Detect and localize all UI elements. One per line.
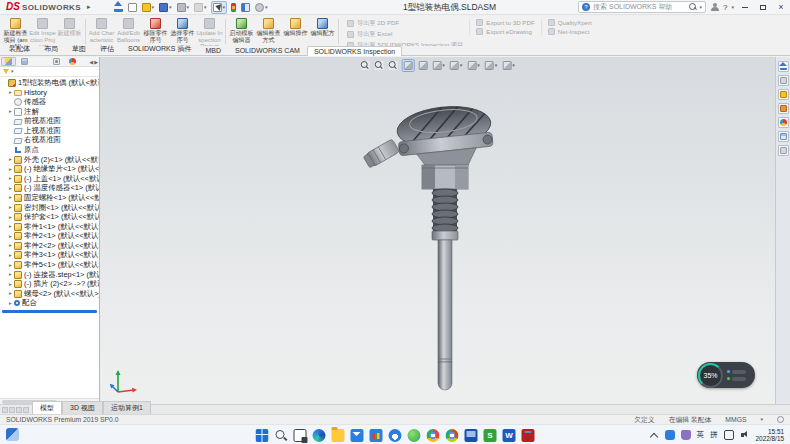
widgets-icon[interactable] (6, 428, 19, 441)
tab-sw-inspection[interactable]: SOLIDWORKS Inspection (307, 46, 402, 56)
status-gear-icon[interactable] (777, 416, 784, 423)
user-account-icon[interactable] (710, 3, 719, 12)
onedrive-tray-icon[interactable] (665, 430, 675, 440)
model-collar[interactable] (432, 231, 458, 240)
tree-item[interactable]: ▸(-) 插片 (2)<2> ->? (默认<<默认> (0, 279, 99, 289)
tree-item[interactable]: ▸零件5<1> (默认<<默认>_显示状 (0, 260, 99, 270)
expand-arrow-icon[interactable]: ▸ (7, 165, 14, 174)
tab-sketch[interactable]: 草图 (65, 42, 93, 55)
expand-arrow-icon[interactable]: ▸ (7, 193, 14, 202)
tree-item[interactable]: ▸(-) 上盖<1> (默认<<默认>_显示状 (0, 174, 99, 184)
volume-icon[interactable] (740, 430, 750, 440)
toolbox-pane-button[interactable] (778, 103, 789, 114)
tree-item[interactable]: ▸(-) 绝缘垫片<1> (默认<<默认>_显示 (0, 164, 99, 174)
print-button[interactable]: ▾ (176, 2, 191, 13)
tree-item[interactable]: 上视基准面 (0, 126, 99, 136)
minimize-button[interactable] (738, 1, 752, 13)
home-pane-button[interactable] (778, 61, 789, 72)
undo-button[interactable]: ▾ (193, 2, 208, 13)
store-taskbar-icon[interactable] (370, 429, 383, 442)
tree-item[interactable]: ▸保护套<1> (默认<<默认>_显示状 (0, 212, 99, 222)
start-taskbar-icon[interactable] (256, 429, 269, 442)
expand-arrow-icon[interactable]: ▸ (7, 174, 14, 183)
tree-item[interactable]: ▸密封圈<1> (默认<<默认>_显示状 (0, 203, 99, 213)
menu-expand-arrow[interactable]: ▸ (87, 3, 91, 11)
expand-arrow-icon[interactable]: ▸ (7, 107, 14, 116)
design-library-pane-button[interactable] (778, 75, 789, 86)
phone-link-icon[interactable] (724, 430, 734, 440)
expand-arrow-icon[interactable]: ▸ (7, 213, 14, 222)
thermocouple-model[interactable] (100, 57, 775, 404)
panel-nav-left-icon[interactable]: ◀ (89, 59, 93, 65)
restore-button[interactable] (756, 1, 770, 13)
panel-tab-configuration-manager[interactable] (33, 57, 48, 66)
green-taskbar-icon[interactable] (408, 429, 421, 442)
cloud-taskbar-icon[interactable] (389, 429, 402, 442)
tab-nav-next-icon[interactable] (16, 407, 22, 413)
expand-arrow-icon[interactable]: ▸ (7, 222, 14, 231)
display-settings-button[interactable] (230, 2, 237, 13)
custom-properties-pane-button[interactable] (778, 145, 789, 156)
launch-template-editor-button[interactable]: 启动模板编辑器 (228, 17, 255, 46)
close-button[interactable]: × (774, 1, 788, 13)
search-icon[interactable] (689, 3, 697, 11)
task-pane-button[interactable] (240, 2, 251, 13)
tree-item[interactable]: ▸配合 (0, 299, 99, 309)
edge-taskbar-icon[interactable] (313, 429, 326, 442)
panel-nav-right-icon[interactable]: ▶ (94, 59, 98, 65)
explorer-taskbar-icon[interactable] (332, 429, 345, 442)
home-button[interactable] (113, 2, 124, 13)
tree-item[interactable]: 原点 (0, 145, 99, 155)
tab-layout[interactable]: 布局 (37, 42, 65, 55)
expand-arrow-icon[interactable]: ▸ (7, 270, 14, 279)
tab-sw-addins[interactable]: SOLIDWORKS 插件 (121, 42, 198, 55)
edit-recipe-button[interactable]: 编辑配方 (309, 17, 336, 46)
tab-nav-prev-icon[interactable] (9, 407, 15, 413)
chrome2-taskbar-icon[interactable] (446, 429, 459, 442)
zoom-indicator[interactable]: 35% (697, 362, 755, 388)
file-explorer-pane-button[interactable] (778, 89, 789, 100)
tree-item[interactable]: ▸注解 (0, 107, 99, 117)
tray-chevron-icon[interactable] (649, 430, 659, 440)
expand-arrow-icon[interactable]: ▸ (7, 203, 14, 212)
units-caret-icon[interactable]: ▾ (760, 417, 763, 422)
taskbar-clock[interactable]: 15:51 2022/8/15 (756, 428, 784, 442)
save-button[interactable]: ▾ (158, 2, 173, 13)
open-document-button[interactable]: ▾ (141, 2, 156, 13)
mail-taskbar-icon[interactable] (351, 429, 364, 442)
filter-caret-icon[interactable]: ▾ (11, 69, 14, 74)
tree-item[interactable]: ▸外壳 (2)<1> (默认<<默认>_显示状 (0, 155, 99, 165)
tree-item[interactable]: 传感器 (0, 97, 99, 107)
tab-nav-last-icon[interactable] (23, 407, 29, 413)
help-button[interactable]: ? (723, 3, 727, 12)
chrome-taskbar-icon[interactable] (427, 429, 440, 442)
expand-arrow-icon[interactable]: ▸ (7, 241, 14, 250)
graphics-viewport[interactable]: ▾▾▾▾▾ (100, 57, 775, 404)
tree-item[interactable]: 右视基准面 (0, 136, 99, 146)
tree-item[interactable]: ▸(-) 连接器.step<1> (默认<<默认> (0, 270, 99, 280)
tree-item[interactable]: ▸History (0, 88, 99, 98)
tab-nav-first-icon[interactable] (2, 407, 8, 413)
expand-arrow-icon[interactable]: ▸ (7, 280, 14, 289)
new-document-button[interactable] (127, 2, 138, 13)
filter-funnel-icon[interactable] (3, 69, 9, 74)
expand-arrow-icon[interactable]: ▸ (7, 299, 14, 308)
tree-item[interactable]: ▸零件3<1> (默认<<默认>_显示状 (0, 251, 99, 261)
view-palette-pane-button[interactable] (778, 131, 789, 142)
select-button[interactable]: ▾ (211, 1, 228, 14)
expand-arrow-icon[interactable]: ▸ (7, 155, 14, 164)
expand-arrow-icon[interactable]: ▸ (7, 88, 14, 97)
sw-taskbar-icon[interactable] (522, 429, 535, 442)
model-tube[interactable] (438, 240, 452, 390)
ime-indicator[interactable]: 拼 (710, 430, 718, 440)
appearances-pane-button[interactable] (778, 117, 789, 128)
panel-tab-feature-manager[interactable] (1, 57, 16, 66)
edit-inspection-method-button[interactable]: 编辑检查方式 (255, 17, 282, 46)
tree-item[interactable]: ▸零件2<2> (默认<<默认>_显示状态 (0, 241, 99, 251)
search-box[interactable]: ? 搜索 SOLIDWORKS 帮助 ▾ (578, 1, 706, 13)
tab-assembly[interactable]: 装配体 (2, 42, 37, 55)
expand-arrow-icon[interactable]: ▸ (7, 232, 14, 241)
expand-arrow-icon[interactable]: ▸ (7, 289, 14, 298)
doc-tab-3d-views[interactable]: 3D 视图 (62, 401, 103, 414)
language-indicator[interactable]: 英 (697, 430, 705, 440)
